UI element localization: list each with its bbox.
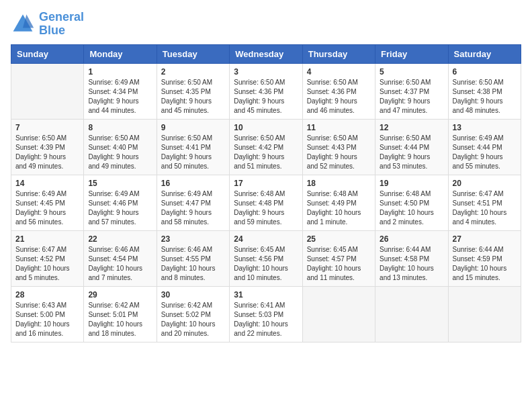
calendar-week-row: 21Sunrise: 6:47 AM Sunset: 4:52 PM Dayli… [11, 230, 521, 286]
calendar-day-cell: 28Sunrise: 6:43 AM Sunset: 5:00 PM Dayli… [11, 286, 84, 342]
calendar-table: SundayMondayTuesdayWednesdayThursdayFrid… [11, 44, 521, 342]
calendar-week-row: 14Sunrise: 6:49 AM Sunset: 4:45 PM Dayli… [11, 175, 521, 230]
day-number: 12 [380, 123, 443, 132]
calendar-header-row: SundayMondayTuesdayWednesdayThursdayFrid… [11, 44, 521, 63]
calendar-day-cell: 20Sunrise: 6:47 AM Sunset: 4:51 PM Dayli… [448, 175, 521, 230]
page-header: General Blue [11, 11, 521, 38]
day-info: Sunrise: 6:48 AM Sunset: 4:50 PM Dayligh… [380, 189, 443, 227]
day-number: 17 [234, 179, 298, 188]
day-info: Sunrise: 6:43 AM Sunset: 5:00 PM Dayligh… [15, 301, 79, 338]
day-info: Sunrise: 6:48 AM Sunset: 4:49 PM Dayligh… [307, 189, 371, 227]
calendar-day-cell: 27Sunrise: 6:44 AM Sunset: 4:59 PM Dayli… [448, 230, 521, 286]
day-of-week-header: Monday [84, 44, 157, 63]
calendar-day-cell: 7Sunrise: 6:50 AM Sunset: 4:39 PM Daylig… [11, 119, 84, 175]
day-number: 19 [380, 179, 443, 188]
day-info: Sunrise: 6:49 AM Sunset: 4:44 PM Dayligh… [453, 134, 517, 171]
day-number: 27 [453, 234, 517, 244]
day-number: 24 [234, 234, 298, 244]
calendar-day-cell: 10Sunrise: 6:50 AM Sunset: 4:42 PM Dayli… [230, 119, 302, 175]
calendar-day-cell: 6Sunrise: 6:50 AM Sunset: 4:38 PM Daylig… [448, 63, 521, 119]
day-number: 26 [380, 234, 443, 244]
day-number: 10 [234, 123, 298, 132]
calendar-day-cell [11, 63, 84, 119]
day-info: Sunrise: 6:44 AM Sunset: 4:59 PM Dayligh… [453, 245, 517, 283]
calendar-day-cell: 26Sunrise: 6:44 AM Sunset: 4:58 PM Dayli… [375, 230, 448, 286]
calendar-week-row: 7Sunrise: 6:50 AM Sunset: 4:39 PM Daylig… [11, 119, 521, 175]
day-info: Sunrise: 6:45 AM Sunset: 4:57 PM Dayligh… [307, 245, 371, 283]
day-info: Sunrise: 6:50 AM Sunset: 4:43 PM Dayligh… [307, 134, 371, 171]
day-number: 9 [161, 123, 225, 132]
calendar-day-cell: 24Sunrise: 6:45 AM Sunset: 4:56 PM Dayli… [230, 230, 302, 286]
day-info: Sunrise: 6:49 AM Sunset: 4:46 PM Dayligh… [88, 189, 152, 227]
day-number: 16 [161, 179, 225, 188]
day-info: Sunrise: 6:47 AM Sunset: 4:52 PM Dayligh… [15, 245, 79, 283]
day-info: Sunrise: 6:48 AM Sunset: 4:48 PM Dayligh… [234, 189, 298, 227]
day-of-week-header: Sunday [11, 44, 84, 63]
calendar-day-cell: 5Sunrise: 6:50 AM Sunset: 4:37 PM Daylig… [375, 63, 448, 119]
day-number: 11 [307, 123, 371, 132]
day-number: 2 [161, 67, 225, 77]
calendar-day-cell: 12Sunrise: 6:50 AM Sunset: 4:44 PM Dayli… [375, 119, 448, 175]
day-number: 23 [161, 234, 225, 244]
calendar-day-cell: 16Sunrise: 6:49 AM Sunset: 4:47 PM Dayli… [157, 175, 229, 230]
day-number: 8 [88, 123, 152, 132]
calendar-day-cell: 2Sunrise: 6:50 AM Sunset: 4:35 PM Daylig… [157, 63, 229, 119]
calendar-day-cell: 8Sunrise: 6:50 AM Sunset: 4:40 PM Daylig… [84, 119, 157, 175]
calendar-day-cell: 17Sunrise: 6:48 AM Sunset: 4:48 PM Dayli… [230, 175, 302, 230]
calendar-day-cell: 19Sunrise: 6:48 AM Sunset: 4:50 PM Dayli… [375, 175, 448, 230]
day-of-week-header: Wednesday [230, 44, 302, 63]
calendar-day-cell: 25Sunrise: 6:45 AM Sunset: 4:57 PM Dayli… [302, 230, 375, 286]
day-info: Sunrise: 6:49 AM Sunset: 4:45 PM Dayligh… [15, 189, 79, 227]
day-number: 7 [15, 123, 79, 132]
day-info: Sunrise: 6:50 AM Sunset: 4:42 PM Dayligh… [234, 134, 298, 171]
calendar-day-cell: 11Sunrise: 6:50 AM Sunset: 4:43 PM Dayli… [302, 119, 375, 175]
day-info: Sunrise: 6:49 AM Sunset: 4:34 PM Dayligh… [88, 78, 152, 116]
calendar-day-cell: 30Sunrise: 6:42 AM Sunset: 5:02 PM Dayli… [157, 286, 229, 342]
calendar-week-row: 1Sunrise: 6:49 AM Sunset: 4:34 PM Daylig… [11, 63, 521, 119]
day-info: Sunrise: 6:42 AM Sunset: 5:01 PM Dayligh… [88, 301, 152, 338]
day-number: 22 [88, 234, 152, 244]
day-number: 5 [380, 67, 443, 77]
calendar-day-cell: 18Sunrise: 6:48 AM Sunset: 4:49 PM Dayli… [302, 175, 375, 230]
calendar-day-cell: 3Sunrise: 6:50 AM Sunset: 4:36 PM Daylig… [230, 63, 302, 119]
logo: General Blue [11, 11, 84, 38]
calendar-day-cell: 31Sunrise: 6:41 AM Sunset: 5:03 PM Dayli… [230, 286, 302, 342]
day-info: Sunrise: 6:47 AM Sunset: 4:51 PM Dayligh… [453, 189, 517, 227]
day-of-week-header: Friday [375, 44, 448, 63]
day-number: 25 [307, 234, 371, 244]
day-info: Sunrise: 6:50 AM Sunset: 4:36 PM Dayligh… [307, 78, 371, 116]
calendar-day-cell: 9Sunrise: 6:50 AM Sunset: 4:41 PM Daylig… [157, 119, 229, 175]
day-info: Sunrise: 6:50 AM Sunset: 4:35 PM Dayligh… [161, 78, 225, 116]
calendar-day-cell: 21Sunrise: 6:47 AM Sunset: 4:52 PM Dayli… [11, 230, 84, 286]
day-number: 6 [453, 67, 517, 77]
day-of-week-header: Tuesday [157, 44, 229, 63]
day-number: 13 [453, 123, 517, 132]
day-info: Sunrise: 6:44 AM Sunset: 4:58 PM Dayligh… [380, 245, 443, 283]
calendar-day-cell: 29Sunrise: 6:42 AM Sunset: 5:01 PM Dayli… [84, 286, 157, 342]
calendar-week-row: 28Sunrise: 6:43 AM Sunset: 5:00 PM Dayli… [11, 286, 521, 342]
day-number: 30 [161, 290, 225, 300]
day-number: 14 [15, 179, 79, 188]
day-info: Sunrise: 6:42 AM Sunset: 5:02 PM Dayligh… [161, 301, 225, 338]
day-info: Sunrise: 6:50 AM Sunset: 4:40 PM Dayligh… [88, 134, 152, 171]
day-info: Sunrise: 6:46 AM Sunset: 4:54 PM Dayligh… [88, 245, 152, 283]
day-number: 28 [15, 290, 79, 300]
calendar-day-cell: 1Sunrise: 6:49 AM Sunset: 4:34 PM Daylig… [84, 63, 157, 119]
logo-text: General Blue [39, 11, 84, 38]
day-number: 29 [88, 290, 152, 300]
calendar-day-cell [375, 286, 448, 342]
calendar-day-cell: 22Sunrise: 6:46 AM Sunset: 4:54 PM Dayli… [84, 230, 157, 286]
day-number: 31 [234, 290, 298, 300]
day-info: Sunrise: 6:50 AM Sunset: 4:39 PM Dayligh… [15, 134, 79, 171]
calendar-day-cell: 15Sunrise: 6:49 AM Sunset: 4:46 PM Dayli… [84, 175, 157, 230]
day-of-week-header: Thursday [302, 44, 375, 63]
calendar-day-cell [448, 286, 521, 342]
day-info: Sunrise: 6:50 AM Sunset: 4:37 PM Dayligh… [380, 78, 443, 116]
day-info: Sunrise: 6:50 AM Sunset: 4:38 PM Dayligh… [453, 78, 517, 116]
calendar-day-cell: 13Sunrise: 6:49 AM Sunset: 4:44 PM Dayli… [448, 119, 521, 175]
day-info: Sunrise: 6:50 AM Sunset: 4:41 PM Dayligh… [161, 134, 225, 171]
day-info: Sunrise: 6:50 AM Sunset: 4:44 PM Dayligh… [380, 134, 443, 171]
day-number: 1 [88, 67, 152, 77]
day-number: 4 [307, 67, 371, 77]
day-number: 15 [88, 179, 152, 188]
